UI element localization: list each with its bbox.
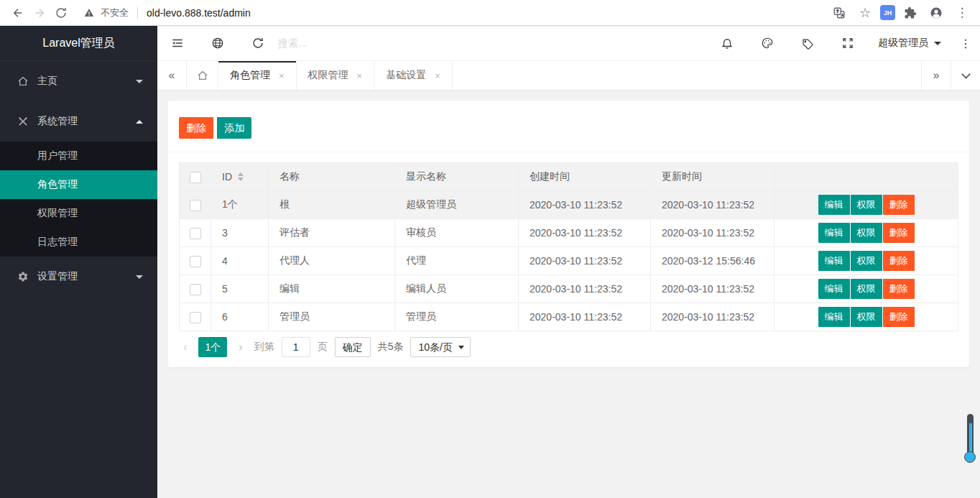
sidebar-item-system[interactable]: 系统管理 <box>0 101 157 142</box>
browser-menu-button[interactable]: ⋮ <box>951 2 973 24</box>
page-number-input[interactable] <box>282 337 310 357</box>
refresh-page-button[interactable] <box>238 26 278 61</box>
address-bar[interactable]: 不安全 old-levo.888.test/admin <box>83 6 251 19</box>
address-url[interactable]: old-levo.888.test/admin <box>147 7 251 19</box>
page-suffix-label: 页 <box>318 341 328 354</box>
edit-button[interactable]: 编辑 <box>818 279 850 299</box>
current-page-button[interactable]: 1个 <box>198 337 227 357</box>
palette-icon <box>761 37 774 50</box>
puzzle-icon <box>904 6 917 19</box>
page-content: 删除 添加 <box>157 91 980 498</box>
browser-actions: ☆ JH ⋮ <box>828 2 973 24</box>
user-menu[interactable]: 超级管理员 <box>868 26 951 61</box>
tab-label: 角色管理 <box>230 69 270 82</box>
edit-button[interactable]: 编辑 <box>818 223 850 243</box>
next-page-button[interactable]: › <box>234 341 246 354</box>
cell-id: 3 <box>211 219 269 247</box>
reload-icon <box>55 6 68 19</box>
select-all-checkbox[interactable] <box>190 172 201 183</box>
table-row: 6 管理员 管理员 2020-03-10 11:23:52 2020-03-10… <box>180 303 958 331</box>
theme-button[interactable] <box>747 26 787 61</box>
cell-created-at: 2020-03-10 11:23:52 <box>519 191 651 219</box>
cell-name: 代理人 <box>269 247 395 275</box>
chevron-down-icon <box>961 70 971 79</box>
cell-display-name: 管理员 <box>395 303 519 331</box>
scroll-thermometer-widget[interactable] <box>964 414 976 466</box>
extension-jh-button[interactable]: JH <box>880 5 895 20</box>
collapse-menu-icon <box>171 37 184 50</box>
notifications-button[interactable] <box>707 26 747 61</box>
translate-icon <box>833 6 846 19</box>
collapse-sidebar-button[interactable] <box>157 26 198 61</box>
edit-button[interactable]: 编辑 <box>818 195 850 215</box>
row-checkbox[interactable] <box>190 284 201 295</box>
delete-button[interactable]: 删除 <box>883 307 915 327</box>
star-icon: ☆ <box>859 5 871 21</box>
sidebar-subitem-permissions[interactable]: 权限管理 <box>0 199 157 228</box>
tag-button[interactable] <box>787 26 828 61</box>
forward-button[interactable] <box>29 2 50 24</box>
tabs-scroll-right-button[interactable]: » <box>921 61 951 90</box>
sidebar-submenu: 用户管理 角色管理 权限管理 日志管理 <box>0 142 157 257</box>
close-icon[interactable]: × <box>279 70 285 81</box>
total-count-label: 共5条 <box>378 341 404 354</box>
edit-button[interactable]: 编辑 <box>818 251 850 271</box>
delete-button[interactable]: 删除 <box>883 279 915 299</box>
permission-button[interactable]: 权限 <box>851 195 882 215</box>
delete-button[interactable]: 删除 <box>883 195 915 215</box>
edit-button[interactable]: 编辑 <box>818 307 850 327</box>
close-icon[interactable]: × <box>435 70 440 81</box>
page-size-select[interactable]: 10条/页 <box>410 337 470 357</box>
cell-id: 1个 <box>211 191 269 219</box>
cell-updated-at: 2020-03-10 11:23:52 <box>651 275 775 303</box>
header-more-button[interactable]: ⋮ <box>951 37 980 50</box>
delete-selected-button[interactable]: 删除 <box>179 117 213 139</box>
sidebar-subitem-logs[interactable]: 日志管理 <box>0 228 157 257</box>
sidebar-item-home[interactable]: 主页 <box>0 61 157 101</box>
permission-button[interactable]: 权限 <box>851 251 882 271</box>
cell-created-at: 2020-03-10 11:23:52 <box>519 303 651 331</box>
bookmark-star-button[interactable]: ☆ <box>854 2 876 24</box>
tabs-scroll-left-button[interactable]: « <box>157 61 187 90</box>
add-role-button[interactable]: 添加 <box>217 117 251 139</box>
permission-button[interactable]: 权限 <box>851 307 882 327</box>
language-globe-button[interactable] <box>198 26 238 61</box>
globe-icon <box>211 37 224 50</box>
fullscreen-button[interactable] <box>828 26 868 61</box>
tab-bar: « 角色管理 × 权限管理 × 基础设置 × » <box>157 61 980 91</box>
security-label[interactable]: 不安全 <box>101 6 129 19</box>
tab-basic-settings[interactable]: 基础设置 × <box>374 61 453 90</box>
delete-button[interactable]: 删除 <box>883 223 915 243</box>
cell-name: 根 <box>269 191 395 219</box>
confirm-page-button[interactable]: 确定 <box>335 337 371 357</box>
extensions-button[interactable] <box>900 2 921 24</box>
prev-page-button[interactable]: ‹ <box>179 341 191 354</box>
search-input[interactable] <box>278 32 479 54</box>
tab-home[interactable] <box>187 61 218 90</box>
tab-permissions[interactable]: 权限管理 × <box>297 61 375 90</box>
sidebar-item-label: 主页 <box>37 75 57 88</box>
cell-display-name: 代理 <box>395 247 519 275</box>
row-checkbox[interactable] <box>190 228 201 239</box>
back-button[interactable] <box>7 2 29 24</box>
table-row: 1个 根 超级管理员 2020-03-10 11:23:52 2020-03-1… <box>180 191 958 219</box>
delete-button[interactable]: 删除 <box>883 251 915 271</box>
cell-created-at: 2020-03-10 11:23:52 <box>519 247 651 275</box>
sidebar-subitem-users[interactable]: 用户管理 <box>0 142 157 170</box>
row-checkbox[interactable] <box>190 312 201 323</box>
row-checkbox[interactable] <box>190 256 201 267</box>
row-checkbox[interactable] <box>190 200 201 211</box>
permission-button[interactable]: 权限 <box>851 223 882 243</box>
card-body: ID 名称 显示名称 创建时间 更新时间 <box>168 152 969 367</box>
sidebar-subitem-roles[interactable]: 角色管理 <box>0 170 157 199</box>
permission-button[interactable]: 权限 <box>851 279 882 299</box>
sidebar-item-settings[interactable]: 设置管理 <box>0 257 157 297</box>
profile-avatar-button[interactable] <box>925 2 947 24</box>
sort-icon[interactable] <box>238 172 244 181</box>
reload-button[interactable] <box>50 2 72 24</box>
tabs-dropdown-button[interactable] <box>951 61 980 90</box>
close-icon[interactable]: × <box>357 70 363 81</box>
user-name: 超级管理员 <box>878 37 928 50</box>
tab-roles[interactable]: 角色管理 × <box>218 61 297 90</box>
translate-button[interactable] <box>828 2 850 24</box>
